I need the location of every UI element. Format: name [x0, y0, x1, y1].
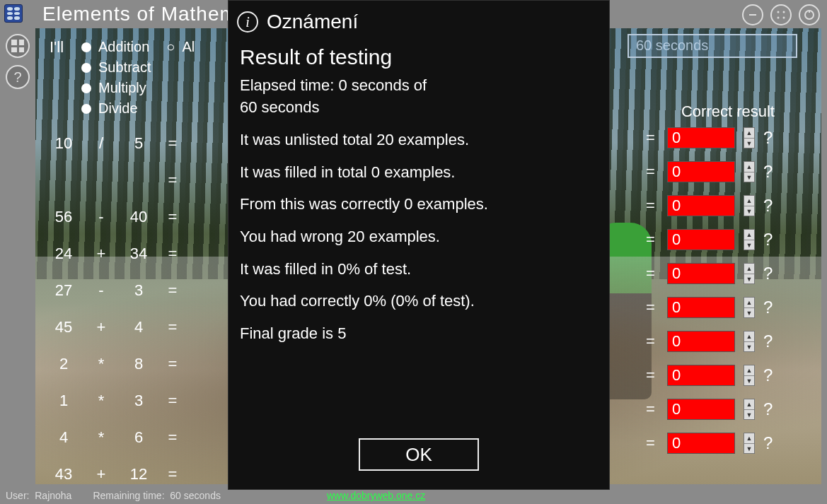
app-title: Elements of Mathem	[42, 3, 237, 25]
result-line: Elapsed time: 0 seconds of	[240, 75, 598, 96]
info-icon: i	[237, 11, 258, 33]
spin-down-icon[interactable]: ▼	[744, 444, 754, 454]
spin-down-icon[interactable]: ▼	[744, 240, 754, 250]
spin-up-icon[interactable]: ▲	[744, 399, 754, 410]
answer-row: =▲▼?	[646, 229, 794, 250]
answer-row: =▲▼?	[646, 433, 794, 454]
spin-down-icon[interactable]: ▼	[744, 139, 754, 148]
equals-sign: =	[646, 366, 659, 385]
spin-up-icon[interactable]: ▲	[744, 128, 754, 139]
spin-up-icon[interactable]: ▲	[744, 298, 754, 308]
spinner[interactable]: ▲▼	[744, 263, 755, 284]
equals-sign: =	[158, 428, 187, 447]
spin-up-icon[interactable]: ▲	[744, 162, 754, 172]
answer-input[interactable]	[667, 229, 735, 250]
spinner[interactable]: ▲▼	[744, 127, 755, 148]
answer-input[interactable]	[667, 127, 735, 148]
answer-row: =▲▼?	[646, 195, 794, 216]
spin-down-icon[interactable]: ▼	[744, 308, 754, 318]
window-controls	[742, 4, 820, 25]
hint-button[interactable]: ?	[763, 230, 773, 250]
svg-point-3	[777, 17, 780, 19]
op-divide[interactable]: Divide	[81, 100, 195, 117]
equals-sign: =	[646, 434, 659, 452]
operator: -	[83, 281, 119, 300]
radio-icon: ○	[166, 39, 175, 55]
operation-options: Addition ○ Al Subtract Multiply Divide	[81, 39, 195, 117]
op-multiply[interactable]: Multiply	[81, 80, 195, 96]
problems-column: 10/5==56-40=24+34=27-3=45+4=2*8=1*3=4*6=…	[44, 134, 228, 484]
equals-sign: =	[158, 208, 187, 226]
problem-row: =	[44, 171, 228, 189]
spinner[interactable]: ▲▼	[744, 365, 755, 386]
operand-a: 24	[44, 245, 83, 263]
spin-up-icon[interactable]: ▲	[744, 332, 754, 342]
minimize-button[interactable]	[742, 4, 763, 25]
operator: +	[83, 318, 119, 336]
user-label: User:	[6, 490, 29, 501]
spin-down-icon[interactable]: ▼	[744, 274, 754, 284]
svg-point-4	[783, 17, 785, 19]
timer-display: 60 seconds	[628, 34, 797, 58]
spinner[interactable]: ▲▼	[744, 195, 755, 216]
spin-up-icon[interactable]: ▲	[744, 230, 754, 240]
answer-input[interactable]	[667, 433, 735, 454]
hint-button[interactable]: ?	[763, 298, 773, 317]
operand-b: 3	[119, 281, 158, 300]
app-icon	[4, 4, 23, 23]
answer-row: =▲▼?	[646, 399, 794, 420]
answer-input[interactable]	[667, 263, 735, 284]
spinner[interactable]: ▲▼	[744, 229, 755, 250]
hint-button[interactable]: ?	[763, 365, 773, 385]
answer-input[interactable]	[667, 399, 735, 420]
equals-sign: =	[158, 392, 187, 410]
answer-input[interactable]	[667, 161, 735, 182]
spin-up-icon[interactable]: ▲	[744, 365, 754, 376]
op-addition[interactable]: Addition ○ Al	[81, 39, 195, 55]
svg-point-2	[783, 11, 785, 13]
close-button[interactable]	[799, 4, 820, 25]
spin-down-icon[interactable]: ▼	[744, 172, 754, 182]
spin-up-icon[interactable]: ▲	[744, 196, 754, 206]
operand-a: 2	[44, 355, 83, 373]
hint-button[interactable]: ?	[763, 264, 773, 283]
footer-link[interactable]: www.dobryweb.one.cz	[327, 490, 425, 501]
op-subtract[interactable]: Subtract	[81, 59, 195, 76]
help-button[interactable]: ?	[6, 65, 30, 89]
hint-button[interactable]: ?	[763, 399, 773, 419]
answer-input[interactable]	[667, 297, 735, 318]
hint-button[interactable]: ?	[763, 128, 773, 148]
result-line: You had correctly 0% (0% of test).	[240, 291, 598, 312]
ok-button[interactable]: OK	[359, 438, 479, 471]
result-line: From this was correctly 0 examples.	[240, 194, 598, 215]
answer-input[interactable]	[667, 331, 735, 352]
hint-button[interactable]: ?	[763, 332, 773, 351]
equals-sign: =	[646, 129, 659, 147]
hint-button[interactable]: ?	[763, 196, 773, 216]
maximize-button[interactable]	[770, 4, 792, 25]
spinner[interactable]: ▲▼	[744, 331, 755, 352]
problem-row: 27-3=	[44, 281, 228, 300]
menu-button[interactable]	[6, 34, 30, 58]
spin-down-icon[interactable]: ▼	[744, 410, 754, 420]
hint-button[interactable]: ?	[763, 433, 773, 453]
op-label: Multiply	[98, 80, 146, 96]
spinner[interactable]: ▲▼	[744, 399, 755, 420]
spinner[interactable]: ▲▼	[744, 433, 755, 454]
operand-a: 10	[44, 134, 83, 153]
spinner[interactable]: ▲▼	[744, 297, 755, 318]
modal-body: Result of testing Elapsed time: 0 second…	[229, 39, 609, 344]
hint-button[interactable]: ?	[763, 162, 773, 182]
spin-down-icon[interactable]: ▼	[744, 342, 754, 352]
spinner[interactable]: ▲▼	[744, 161, 755, 182]
spin-up-icon[interactable]: ▲	[744, 264, 754, 274]
spin-down-icon[interactable]: ▼	[744, 206, 754, 216]
equals-sign: =	[158, 171, 187, 189]
answer-input[interactable]	[667, 365, 735, 386]
spin-up-icon[interactable]: ▲	[744, 433, 754, 444]
equals-sign: =	[646, 197, 659, 215]
equals-sign: =	[158, 134, 187, 153]
spin-down-icon[interactable]: ▼	[744, 376, 754, 386]
operand-b: 12	[119, 465, 158, 484]
answer-input[interactable]	[667, 195, 735, 216]
